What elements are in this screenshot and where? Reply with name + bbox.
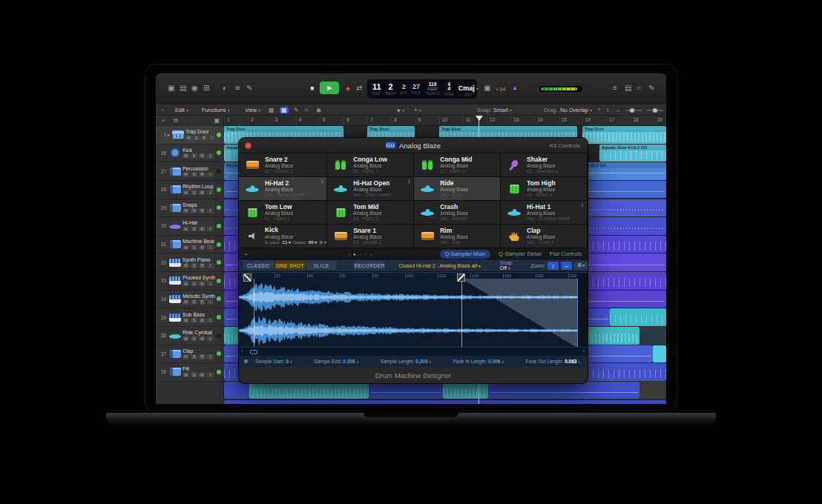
mode-classic[interactable]: CLASSIC: [243, 261, 274, 270]
track-r-button[interactable]: R: [199, 208, 206, 213]
track-m-button[interactable]: M: [183, 190, 189, 195]
track-m-button[interactable]: M: [183, 354, 189, 359]
pager-back-icon[interactable]: ‹: [349, 252, 350, 256]
track-row[interactable]: 27 ▸ Percussion MSRI: [156, 162, 224, 181]
sample-start-marker[interactable]: [254, 279, 254, 347]
ruler-bar[interactable]: 7: [367, 116, 391, 125]
track-m-button[interactable]: M: [183, 172, 189, 177]
track-i-button[interactable]: I: [207, 226, 214, 231]
vertical-zoom-slider[interactable]: [626, 110, 642, 111]
track-status-dot[interactable]: [217, 150, 221, 155]
fade-out-start-line[interactable]: [461, 279, 462, 347]
track-s-button[interactable]: S: [191, 281, 197, 286]
apple-loops-icon[interactable]: ○: [637, 84, 641, 93]
track-m-button[interactable]: M: [183, 336, 189, 341]
track-status-dot[interactable]: [217, 296, 221, 301]
pad-settings-icon[interactable]: ⚙ ▾: [319, 240, 326, 246]
functions-menu[interactable]: Functions ▾: [202, 107, 230, 114]
drum-pad[interactable]: 1 Hi-Hat Open Analog Blaze A#1 - OPEN HI…: [327, 177, 414, 201]
ruler-bar[interactable]: 9: [415, 116, 439, 125]
editors-icon[interactable]: ⊞: [203, 84, 209, 93]
region[interactable]: [224, 400, 666, 404]
track-row[interactable]: 31 ▸ Machine Beat MSRI: [156, 236, 224, 254]
drum-pad[interactable]: 1 Hi-Hat 1 Analog Blaze F#1 - CLOSED HIH…: [501, 201, 588, 225]
sampler-settings-button[interactable]: ⚙▾: [574, 262, 588, 270]
track-s-button[interactable]: S: [191, 336, 197, 341]
scroll-left-icon[interactable]: ›: [241, 348, 243, 354]
mode-slice[interactable]: SLICE: [306, 261, 338, 270]
track-r-button[interactable]: R: [199, 226, 206, 231]
track-r-button[interactable]: R: [199, 263, 206, 268]
scroll-right-icon[interactable]: ‹: [583, 348, 585, 354]
track-status-dot[interactable]: [217, 169, 221, 173]
ruler-bar[interactable]: 14: [534, 116, 558, 125]
track-row[interactable]: 35 ▸ Sub Bass MSRI: [156, 308, 224, 327]
track-status-dot[interactable]: [217, 334, 221, 338]
track-s-button[interactable]: S: [191, 153, 197, 159]
track-i-button[interactable]: I: [207, 372, 214, 377]
record-button[interactable]: ●: [345, 84, 350, 93]
drum-pad[interactable]: Kick Analog Blaze SInput:C1 ▾Output:B0 ▾…: [239, 225, 327, 248]
ruler-bar[interactable]: 18: [630, 116, 654, 125]
notes-icon[interactable]: ✎: [648, 84, 654, 93]
pad-solo-button[interactable]: S: [265, 240, 268, 245]
tab-q-sampler-main[interactable]: Q-Sampler Main: [440, 250, 491, 259]
automation-icon[interactable]: ✎: [246, 84, 252, 93]
track-s-button[interactable]: S: [191, 245, 197, 250]
cycle-button[interactable]: ⇄: [356, 84, 362, 92]
ruler-bar[interactable]: 10: [439, 116, 463, 125]
browsers-icon[interactable]: ▤: [625, 84, 631, 93]
ruler-bar[interactable]: 4: [296, 116, 320, 125]
track-m-button[interactable]: M: [183, 245, 189, 250]
region[interactable]: [639, 382, 666, 399]
track-m-button[interactable]: M: [183, 299, 189, 305]
collapse-icon[interactable]: ▾: [245, 251, 247, 256]
automation-view-icon[interactable]: ✎: [294, 107, 299, 113]
fade-out-handle[interactable]: [457, 273, 465, 282]
back-icon[interactable]: ‹: [162, 107, 164, 113]
zoom-horizontal-button[interactable]: ↔: [561, 262, 572, 270]
waveform-editor[interactable]: 020406080100120140160180200 › ‹: [239, 272, 588, 355]
text-tool-icon[interactable]: I: [607, 107, 608, 113]
track-i-button[interactable]: I: [207, 336, 214, 341]
track-s-button[interactable]: S: [191, 318, 197, 323]
info-fade-out-length-[interactable]: Fade Out Length:0.063s: [526, 359, 580, 364]
track-i-button[interactable]: I: [207, 263, 214, 268]
track-r-button[interactable]: R: [199, 372, 206, 377]
sample-file-dropdown[interactable]: Closed Hi-Hat 2 - Analog Blaze.aif ▾: [398, 263, 481, 268]
drum-pad[interactable]: Tom High Analog Blaze A1 - PERC 3: [501, 177, 588, 201]
smart-controls-icon[interactable]: ◐: [223, 84, 227, 93]
snap-dropdown-sampler[interactable]: Snap: Off ▾: [500, 260, 517, 271]
info-sample-end-[interactable]: Sample End:0.208s: [314, 359, 358, 364]
drum-pad[interactable]: Snare 2 Analog Blaze E1 - SNARE 2: [239, 153, 327, 177]
info-sample-start-[interactable]: Sample Start:0s: [255, 359, 292, 364]
track-s-button[interactable]: S: [191, 299, 197, 305]
track-row[interactable]: 34 ▸ Melodic Synth MSRI: [156, 291, 224, 309]
disclosure-icon[interactable]: ▸: [168, 132, 170, 137]
region[interactable]: Aquatic Beat Kick.2 GG: [599, 145, 666, 162]
dmd-title-bar[interactable]: Analog Blaze Kit Controls: [239, 138, 588, 153]
region[interactable]: [488, 382, 639, 399]
ruler-bar[interactable]: 12: [487, 116, 510, 125]
pad-input-dropdown[interactable]: C1 ▾: [282, 240, 290, 245]
ruler-bar[interactable]: 5: [320, 116, 343, 125]
mode-one-shot[interactable]: ONE SHOT: [274, 261, 306, 270]
region[interactable]: [369, 382, 443, 399]
drum-pad[interactable]: Tom Mid Analog Blaze D1 - PERC 2: [327, 201, 414, 225]
track-row[interactable]: 36 ▸ Ride Cymbal MSRI: [156, 327, 224, 345]
drum-pad[interactable]: Crash Analog Blaze C#2 - CRASH: [414, 201, 501, 225]
track-header-options-icon[interactable]: ▣: [214, 117, 220, 124]
track-row[interactable]: 1 ▸ Trap Door MSRI: [156, 126, 224, 145]
list-editors-icon[interactable]: ≡: [613, 84, 617, 93]
track-m-button[interactable]: M: [183, 208, 189, 213]
track-s-button[interactable]: S: [194, 135, 200, 140]
track-m-button[interactable]: M: [183, 263, 189, 268]
drum-pad[interactable]: Conga Low Analog Blaze B1 - PERC 4: [327, 153, 414, 177]
drum-pad[interactable]: Conga Mid Analog Blaze C2 - PERC 5: [414, 153, 501, 177]
pager-dot-1[interactable]: ●: [353, 252, 356, 256]
snap-dropdown[interactable]: Smart ▾: [493, 107, 512, 114]
track-s-button[interactable]: S: [191, 354, 197, 359]
track-row[interactable]: 30 ▸ Hi-Hat MSRI: [156, 217, 224, 236]
ruler-bar[interactable]: 8: [391, 116, 415, 125]
track-i-button[interactable]: I: [207, 245, 214, 250]
